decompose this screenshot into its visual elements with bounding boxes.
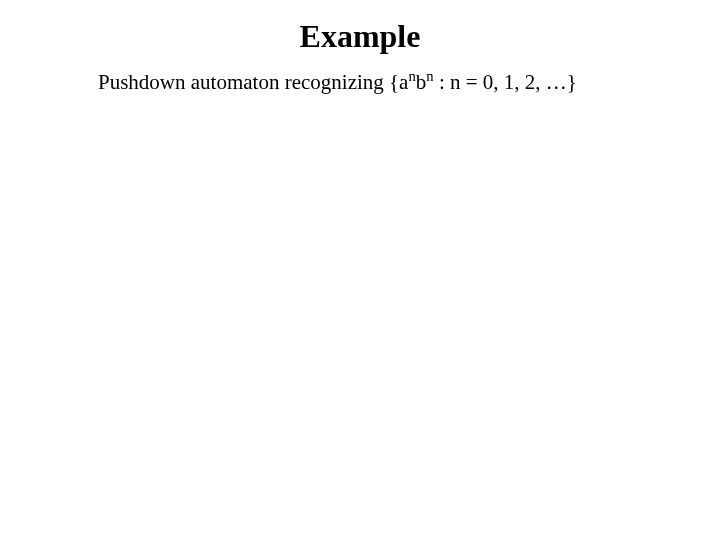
- subtitle-sup-1: n: [408, 68, 415, 84]
- subtitle-suffix: : n = 0, 1, 2, …}: [434, 70, 577, 94]
- slide-title: Example: [0, 18, 720, 55]
- slide-subtitle: Pushdown automaton recognizing {anbn : n…: [98, 70, 577, 95]
- subtitle-sup-2: n: [426, 68, 433, 84]
- subtitle-prefix: Pushdown automaton recognizing {a: [98, 70, 408, 94]
- subtitle-mid-1: b: [416, 70, 427, 94]
